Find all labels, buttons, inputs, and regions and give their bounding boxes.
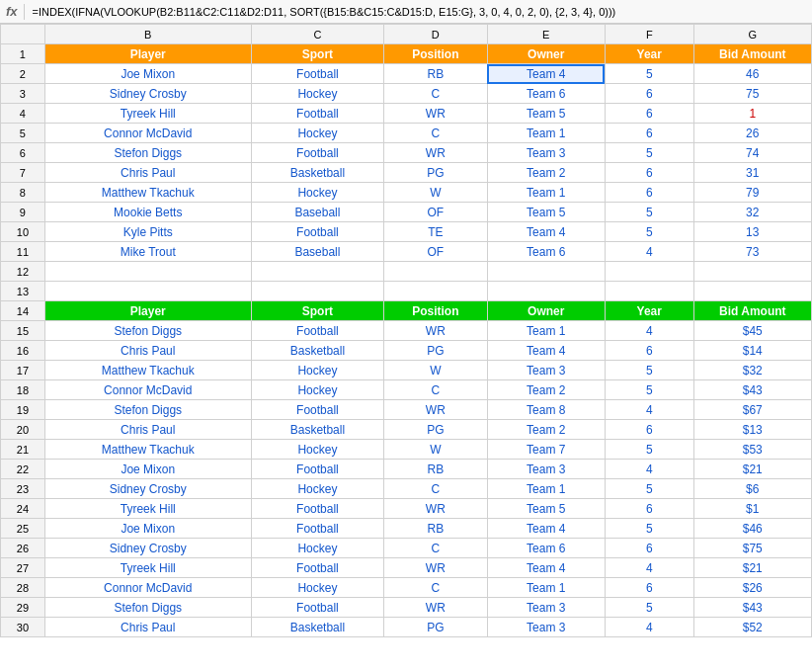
data-cell[interactable]: 6	[605, 420, 693, 440]
data-cell[interactable]: 31	[693, 163, 811, 183]
data-cell[interactable]: 5	[605, 361, 693, 380]
data-cell[interactable]: C	[384, 84, 487, 104]
data-cell[interactable]: Chris Paul	[44, 420, 251, 440]
data-cell[interactable]: Matthew Tkachuk	[44, 183, 251, 203]
data-cell[interactable]: Connor McDavid	[44, 380, 251, 400]
data-cell[interactable]: Team 1	[487, 479, 605, 499]
data-cell[interactable]: Chris Paul	[44, 163, 251, 183]
data-cell[interactable]: PG	[384, 163, 487, 183]
data-cell[interactable]: Matthew Tkachuk	[44, 361, 251, 380]
data-cell[interactable]: Team 6	[487, 84, 605, 104]
data-cell[interactable]: Football	[251, 519, 383, 539]
data-cell[interactable]: OF	[384, 242, 487, 262]
data-cell[interactable]: Football	[251, 400, 383, 420]
data-cell[interactable]: 5	[605, 598, 693, 618]
col-header-f[interactable]: F	[605, 25, 693, 44]
data-cell[interactable]: 75	[693, 84, 811, 104]
data-cell[interactable]: RB	[384, 64, 487, 84]
data-cell[interactable]: Basketball	[251, 618, 383, 637]
data-cell[interactable]: Football	[251, 143, 383, 163]
data-cell[interactable]: Sidney Crosby	[44, 539, 251, 558]
data-cell[interactable]: $43	[693, 380, 811, 400]
data-cell[interactable]: Hockey	[251, 361, 383, 380]
data-cell[interactable]: Football	[251, 598, 383, 618]
data-cell[interactable]: Joe Mixon	[44, 519, 251, 539]
data-cell[interactable]: $75	[693, 539, 811, 558]
data-cell[interactable]: Team 5	[487, 499, 605, 519]
data-cell[interactable]: 6	[605, 499, 693, 519]
data-cell[interactable]: Matthew Tkachuk	[44, 440, 251, 460]
data-cell[interactable]: Team 1	[487, 321, 605, 341]
header-cell[interactable]: Player	[44, 301, 251, 321]
data-cell[interactable]: Team 1	[487, 578, 605, 598]
data-cell[interactable]: Joe Mixon	[44, 64, 251, 84]
data-cell[interactable]: $14	[693, 341, 811, 361]
data-cell[interactable]: PG	[384, 341, 487, 361]
data-cell[interactable]: Tyreek Hill	[44, 558, 251, 578]
empty-cell[interactable]	[487, 262, 605, 282]
data-cell[interactable]: WR	[384, 558, 487, 578]
data-cell[interactable]: $52	[693, 618, 811, 637]
data-cell[interactable]: Stefon Diggs	[44, 598, 251, 618]
data-cell[interactable]: Team 3	[487, 361, 605, 380]
col-header-e[interactable]: E	[487, 25, 605, 44]
data-cell[interactable]: Basketball	[251, 163, 383, 183]
data-cell[interactable]: $6	[693, 479, 811, 499]
data-cell[interactable]: Hockey	[251, 578, 383, 598]
data-cell[interactable]: PG	[384, 618, 487, 637]
empty-cell[interactable]	[605, 262, 693, 282]
data-cell[interactable]: WR	[384, 143, 487, 163]
data-cell[interactable]: Hockey	[251, 183, 383, 203]
data-cell[interactable]: Hockey	[251, 479, 383, 499]
header-cell[interactable]: Year	[605, 301, 693, 321]
data-cell[interactable]: Sidney Crosby	[44, 84, 251, 104]
data-cell[interactable]: Football	[251, 64, 383, 84]
data-cell[interactable]: Team 3	[487, 460, 605, 479]
data-cell[interactable]: Team 6	[487, 539, 605, 558]
header-cell[interactable]: Player	[44, 44, 251, 64]
data-cell[interactable]: $67	[693, 400, 811, 420]
empty-cell[interactable]	[605, 282, 693, 301]
data-cell[interactable]: PG	[384, 420, 487, 440]
data-cell[interactable]: Team 3	[487, 598, 605, 618]
data-cell[interactable]: 6	[605, 539, 693, 558]
empty-cell[interactable]	[44, 262, 251, 282]
data-cell[interactable]: C	[384, 539, 487, 558]
data-cell[interactable]: WR	[384, 499, 487, 519]
data-cell[interactable]: 32	[693, 203, 811, 222]
data-cell[interactable]: 26	[693, 124, 811, 143]
empty-cell[interactable]	[693, 262, 811, 282]
header-cell[interactable]: Position	[384, 301, 487, 321]
data-cell[interactable]: Team 4	[487, 222, 605, 242]
data-cell[interactable]: 6	[605, 183, 693, 203]
data-cell[interactable]: Hockey	[251, 539, 383, 558]
data-cell[interactable]: 13	[693, 222, 811, 242]
data-cell[interactable]: Baseball	[251, 203, 383, 222]
data-cell[interactable]: W	[384, 183, 487, 203]
data-cell[interactable]: 6	[605, 578, 693, 598]
data-cell[interactable]: Hockey	[251, 84, 383, 104]
data-cell[interactable]: $1	[693, 499, 811, 519]
data-cell[interactable]: Stefon Diggs	[44, 400, 251, 420]
data-cell[interactable]: $45	[693, 321, 811, 341]
data-cell[interactable]: 46	[693, 64, 811, 84]
header-cell[interactable]: Year	[605, 44, 693, 64]
data-cell[interactable]: 4	[605, 460, 693, 479]
data-cell[interactable]: C	[384, 479, 487, 499]
data-cell[interactable]: Football	[251, 499, 383, 519]
data-cell[interactable]: Football	[251, 460, 383, 479]
data-cell[interactable]: TE	[384, 222, 487, 242]
data-cell[interactable]: 4	[605, 242, 693, 262]
data-cell[interactable]: 6	[605, 84, 693, 104]
data-cell[interactable]: WR	[384, 400, 487, 420]
data-cell[interactable]: Team 3	[487, 618, 605, 637]
data-cell[interactable]: RB	[384, 519, 487, 539]
header-cell[interactable]: Owner	[487, 44, 605, 64]
data-cell[interactable]: WR	[384, 104, 487, 124]
data-cell[interactable]: C	[384, 578, 487, 598]
header-cell[interactable]: Bid Amount	[693, 301, 811, 321]
data-cell[interactable]: 1	[693, 104, 811, 124]
data-cell[interactable]: Baseball	[251, 242, 383, 262]
data-cell[interactable]: OF	[384, 203, 487, 222]
data-cell[interactable]: C	[384, 380, 487, 400]
